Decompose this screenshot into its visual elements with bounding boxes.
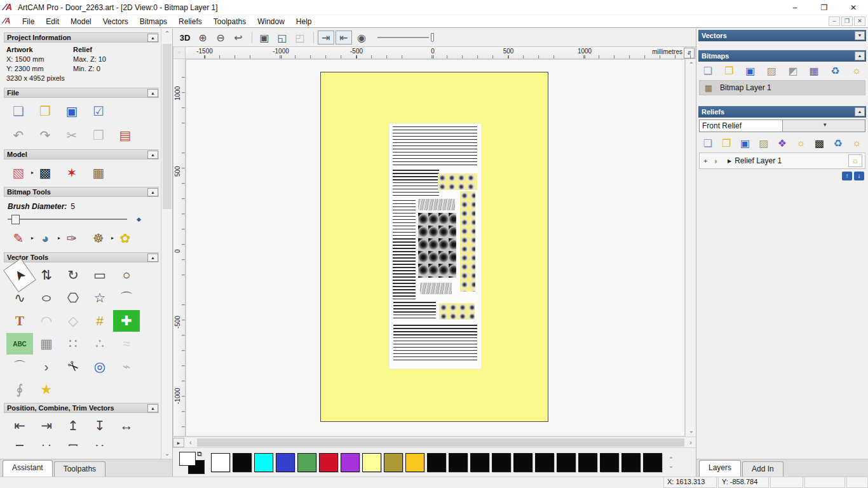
bitmap-layer-item[interactable]: ▦ Bitmap Layer 1 [699, 80, 865, 95]
relief-lightbulb-icon[interactable]: ☼ [793, 136, 808, 150]
collapse-icon[interactable]: ▲ [147, 188, 158, 196]
create-rectangle-icon[interactable]: ▭ [86, 264, 113, 286]
tab-assistant[interactable]: Assistant [3, 460, 53, 477]
contrast-slider[interactable] [377, 31, 438, 44]
collapse-icon[interactable]: ▲ [147, 151, 158, 159]
colour-swatch[interactable] [557, 453, 576, 472]
colour-swatch[interactable] [621, 453, 641, 472]
mdi-restore-button[interactable]: ❐ [841, 17, 853, 26]
colour-swatch[interactable] [405, 453, 424, 472]
paste-icon[interactable]: ▤ [114, 126, 136, 145]
create-polygon-icon[interactable]: ⎔ [60, 287, 86, 309]
model-options-icon[interactable]: ☑ [88, 102, 109, 121]
preview-eye-icon[interactable]: ◉ [353, 30, 370, 44]
scrollbar-thumb[interactable] [163, 44, 172, 209]
visibility-bulb-icon[interactable]: ☼ [848, 154, 862, 167]
zoom-previous-icon[interactable]: ↩ [230, 30, 247, 44]
mdi-close-button[interactable]: ✕ [854, 17, 865, 26]
vector-doctor-icon[interactable]: ✚ [113, 310, 140, 332]
vertical-scrollbar[interactable]: ⌃ ⌄ [685, 59, 696, 437]
lamp-render-icon[interactable]: ✶ [61, 163, 83, 182]
pan-left-toggle-icon[interactable]: ⇥ [318, 30, 334, 44]
colour-swatch[interactable] [578, 453, 597, 472]
palette-down-icon[interactable]: ⌄ [666, 463, 676, 469]
colour-swatch[interactable] [254, 453, 273, 472]
open-bitmap-icon[interactable]: ❐ [721, 64, 736, 78]
align-centre-icon[interactable]: ↔ [113, 415, 140, 437]
align-top-icon[interactable]: ↥ [60, 415, 86, 437]
invert-greyscale-icon[interactable]: ▩ [34, 163, 56, 182]
align-bottom-icon[interactable]: ↧ [86, 415, 113, 437]
colour-swatch[interactable] [341, 453, 360, 472]
colour-swatch[interactable] [535, 453, 554, 472]
collapse-icon[interactable]: ▲ [855, 51, 865, 60]
menu-item[interactable]: Bitmaps [134, 16, 173, 27]
menu-item[interactable]: Model [65, 16, 97, 27]
scroll-up-icon[interactable]: ⌃ [686, 60, 696, 70]
fillet-arc-icon[interactable]: ⌒ [6, 356, 33, 377]
menu-item[interactable]: Toolpaths [208, 16, 252, 27]
copy-icon[interactable]: ❐ [88, 126, 109, 145]
colour-swatch[interactable] [492, 453, 511, 472]
gradient-layer-icon[interactable]: ◩ [785, 64, 801, 78]
align-right-icon[interactable]: ⇥ [33, 415, 60, 437]
menu-item[interactable]: Reliefs [173, 16, 208, 27]
canvas-2d-view[interactable] [186, 59, 685, 437]
collapse-icon[interactable]: ▲ [147, 34, 158, 42]
spin-profile-icon[interactable]: ◎ [86, 356, 113, 377]
menu-item[interactable]: File [17, 16, 40, 27]
tab-add-in[interactable]: Add In [742, 461, 783, 477]
envelope-distort-icon[interactable]: ▦ [33, 333, 60, 355]
pane-toggle-icon[interactable]: ▸ [173, 438, 184, 447]
menu-item[interactable]: Window [252, 16, 290, 27]
minimize-button[interactable]: – [780, 0, 810, 15]
block-array-icon[interactable]: ⊡ [60, 438, 86, 446]
collapse-icon[interactable]: ▲ [855, 107, 865, 116]
scrollbar-thumb[interactable] [197, 438, 684, 447]
scroll-left-icon[interactable]: ‹ [186, 439, 196, 446]
expand-arrow-icon[interactable]: ▶ [728, 158, 731, 164]
offset-vector-icon[interactable]: ◇ [60, 310, 86, 332]
create-star-icon[interactable]: ☆ [86, 287, 113, 309]
relief-selector-combobox[interactable]: Front Relief ▼ [699, 119, 865, 132]
zoom-fit-icon[interactable]: ◱ [274, 30, 290, 44]
new-bitmap-layer-icon[interactable]: ❏ [700, 64, 715, 78]
close-button[interactable]: ✕ [839, 0, 868, 15]
relief-layer-item[interactable]: ＋ ◗ ▶ Relief Layer 1 ☼ [699, 152, 865, 169]
colour-swatch[interactable] [233, 453, 252, 472]
align-horizontal-icon[interactable]: ⊔ [33, 438, 60, 446]
unwrap-vectors-icon[interactable]: ≈ [113, 333, 140, 355]
save-bitmap-icon[interactable]: ▣ [743, 64, 758, 78]
open-model-icon[interactable]: ❐ [34, 102, 56, 121]
move-layer-down-icon[interactable]: ↓ [854, 172, 864, 180]
menu-item[interactable]: Edit [40, 16, 65, 27]
primary-colour-swatch[interactable] [179, 452, 196, 466]
scroll-down-icon[interactable]: ⌄ [686, 426, 696, 436]
colour-swatch[interactable] [470, 453, 489, 472]
delete-layer-icon[interactable]: ♻ [828, 64, 843, 78]
mdi-minimize-button[interactable]: – [829, 17, 840, 26]
link-colours-icon[interactable]: ⧉ [197, 450, 202, 458]
menu-item[interactable]: Vectors [97, 16, 134, 27]
brush-diameter-slider[interactable]: ◆ [8, 214, 153, 225]
zoom-out-icon[interactable]: ⊖ [212, 30, 229, 44]
nesting-dots-icon[interactable]: ∴ [86, 333, 113, 355]
assistant-scrollbar[interactable]: ⌃ ⌄ [161, 29, 172, 459]
colour-swatch[interactable] [297, 453, 316, 472]
centre-in-page-icon[interactable]: ⊓ [6, 438, 33, 446]
toggle-all-visibility-icon[interactable]: ☼ [849, 64, 864, 78]
pan-right-toggle-icon[interactable]: ⇤ [336, 30, 352, 44]
slider-handle[interactable] [11, 215, 20, 224]
save-relief-icon[interactable]: ▣ [738, 136, 753, 150]
new-model-icon[interactable]: ❏ [8, 102, 29, 121]
paint-brush-icon[interactable]: ✎ [8, 229, 29, 248]
tab-toolpaths[interactable]: Toolpaths [54, 461, 105, 477]
text-on-curve-icon[interactable]: ABC [6, 333, 33, 355]
transform-vectors-icon[interactable]: ↻ [60, 264, 86, 286]
tab-layers[interactable]: Layers [699, 460, 741, 477]
view-3d-button[interactable]: 3D [177, 30, 193, 44]
menu-item[interactable]: Help [290, 16, 318, 27]
collapse-icon[interactable]: ▲ [147, 89, 158, 97]
merge-layer-icon[interactable]: ▨ [764, 64, 779, 78]
merge-relief-icon[interactable]: ▨ [756, 136, 771, 150]
